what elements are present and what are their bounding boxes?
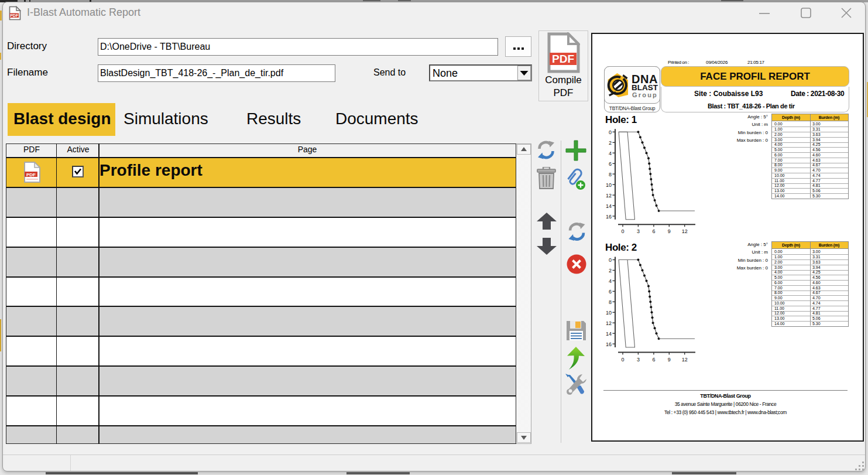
svg-text:12: 12 xyxy=(682,357,688,362)
svg-text:6: 6 xyxy=(609,161,612,167)
svg-text:14: 14 xyxy=(606,203,612,209)
svg-text:6: 6 xyxy=(652,228,655,234)
svg-text:0: 0 xyxy=(609,257,612,263)
svg-text:0: 0 xyxy=(609,129,612,135)
svg-text:9: 9 xyxy=(668,228,671,234)
svg-text:PDF: PDF xyxy=(552,53,574,65)
svg-text:12: 12 xyxy=(606,320,612,326)
svg-text:16: 16 xyxy=(606,341,612,347)
svg-text:14: 14 xyxy=(606,331,612,337)
svg-text:9: 9 xyxy=(668,357,671,362)
svg-text:4: 4 xyxy=(609,151,612,156)
svg-text:3: 3 xyxy=(637,357,640,362)
svg-text:8: 8 xyxy=(609,172,612,177)
svg-text:8: 8 xyxy=(609,299,612,305)
svg-text:2: 2 xyxy=(609,268,612,274)
svg-text:12: 12 xyxy=(606,193,612,199)
svg-text:3: 3 xyxy=(637,228,640,234)
svg-text:PDF: PDF xyxy=(10,13,19,18)
svg-text:6: 6 xyxy=(609,289,612,295)
svg-text:0: 0 xyxy=(621,357,624,362)
svg-text:12: 12 xyxy=(682,228,688,234)
svg-text:16: 16 xyxy=(606,214,612,220)
svg-text:6: 6 xyxy=(652,357,655,362)
svg-text:PDF: PDF xyxy=(26,172,36,177)
svg-text:10: 10 xyxy=(606,182,612,188)
svg-text:0: 0 xyxy=(621,228,624,234)
svg-text:10: 10 xyxy=(606,310,612,316)
svg-text:4: 4 xyxy=(609,278,612,284)
svg-text:2: 2 xyxy=(609,140,612,146)
